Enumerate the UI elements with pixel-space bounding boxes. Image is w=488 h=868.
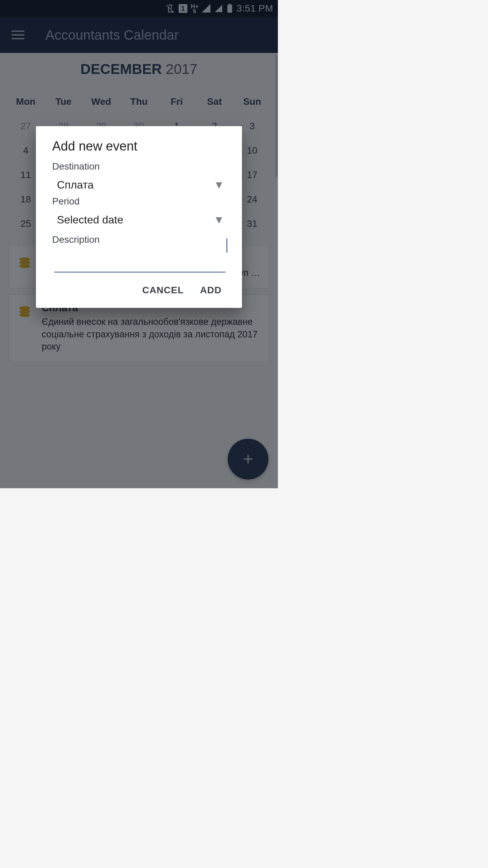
cancel-button[interactable]: CANCEL	[142, 285, 184, 296]
destination-label: Destination	[52, 161, 226, 172]
chevron-down-icon: ▼	[214, 214, 224, 226]
add-button[interactable]: ADD	[200, 285, 222, 296]
description-label: Description	[52, 234, 226, 245]
add-event-dialog: Add new event Destination Сплата ▼ Perio…	[36, 126, 242, 308]
text-cursor	[226, 238, 227, 253]
period-value: Selected date	[57, 214, 123, 226]
description-input[interactable]	[54, 255, 226, 273]
destination-value: Сплата	[57, 179, 94, 191]
destination-dropdown[interactable]: Сплата ▼	[52, 174, 226, 196]
period-label: Period	[52, 196, 226, 207]
period-dropdown[interactable]: Selected date ▼	[52, 209, 226, 231]
chevron-down-icon: ▼	[214, 179, 224, 191]
dialog-title: Add new event	[52, 139, 226, 154]
